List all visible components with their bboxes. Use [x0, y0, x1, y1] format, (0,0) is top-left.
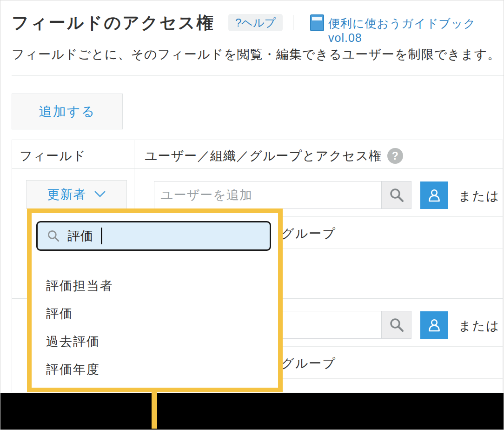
- row1-user-search-input[interactable]: [154, 181, 381, 208]
- text-cursor: [101, 228, 102, 244]
- row2-or-label: または: [458, 317, 500, 334]
- table-header-border: [12, 168, 503, 169]
- field-select-dropdown-button[interactable]: 更新者: [26, 180, 127, 209]
- access-help-icon[interactable]: ?: [387, 148, 403, 164]
- help-button[interactable]: ?ヘルプ: [228, 14, 283, 31]
- column-header-field: フィールド: [20, 148, 86, 164]
- field-option-3[interactable]: 過去評価: [46, 332, 265, 351]
- field-picker-search-box[interactable]: 評価: [36, 221, 271, 251]
- page-title: フィールドのアクセス権: [12, 12, 215, 34]
- row2-search-button[interactable]: [381, 311, 411, 338]
- row1-search-button[interactable]: [381, 181, 411, 208]
- column-header-access-label: ユーザー／組織／グループとアクセス権: [145, 148, 382, 164]
- add-row-button[interactable]: 追加する: [12, 94, 123, 129]
- row1-user-picker-button[interactable]: [420, 181, 448, 209]
- row1-or-label: または: [458, 188, 500, 204]
- field-option-1[interactable]: 評価担当者: [46, 276, 265, 295]
- header-divider: [293, 15, 293, 30]
- field-select-label: 更新者: [47, 186, 86, 203]
- row1-entity-input-group: [154, 181, 411, 209]
- search-icon: [46, 229, 60, 243]
- row2-user-picker-button[interactable]: [420, 311, 448, 339]
- field-picker-dropdown: 評価 評価担当者 評価 過去評価 評価年度: [27, 208, 283, 392]
- column-header-access: ユーザー／組織／グループとアクセス権 ?: [145, 148, 403, 164]
- search-icon: [389, 187, 405, 203]
- field-picker-search-value: 評価: [67, 228, 93, 244]
- row1-group-label: グループ: [281, 225, 336, 242]
- guidebook-link[interactable]: 便利に使おうガイドブック vol.08: [328, 16, 504, 45]
- person-icon: [426, 187, 443, 204]
- letterbox-bar: [0, 393, 504, 430]
- person-icon: [426, 317, 443, 334]
- field-option-2[interactable]: 評価: [46, 304, 265, 323]
- field-access-settings-page: フィールドのアクセス権 ?ヘルプ 便利に使おうガイドブック vol.08 フィー…: [0, 0, 504, 430]
- annotation-pointer-line: [152, 391, 157, 429]
- page-description: フィールドごとに、そのフィールドを閲覧・編集できるユーザーを制限できます。: [12, 46, 500, 63]
- field-option-4[interactable]: 評価年度: [46, 360, 265, 379]
- guidebook-icon: [310, 14, 324, 31]
- chevron-down-icon: [94, 191, 106, 198]
- row2-group-label: グループ: [281, 355, 336, 372]
- header-rule: [12, 75, 504, 76]
- search-icon: [389, 317, 405, 333]
